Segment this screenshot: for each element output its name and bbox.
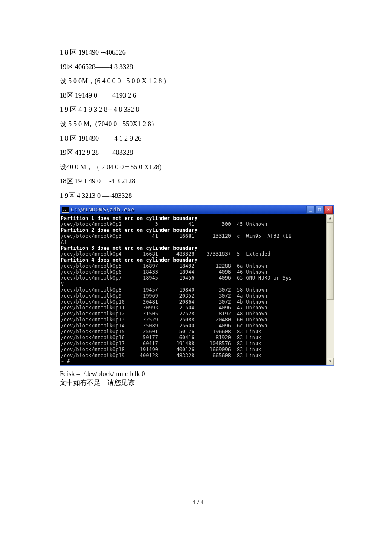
- terminal-window: cv C:\WINDOWS\adb.exe _ □ × Partition 1 …: [60, 205, 334, 366]
- document-after-text: Fdisk –l /dev/block/mmc b lk 0 文中如有不足，请您…: [60, 370, 337, 387]
- minimize-button[interactable]: _: [306, 206, 315, 214]
- close-icon: ×: [327, 207, 330, 212]
- text-line: 设 5 5 0 M,（7040 0 =550X1 2 8）: [60, 119, 337, 130]
- text-line: 1 8 区 191490—— 4 1 2 9 26: [60, 133, 337, 144]
- text-line: 文中如有不足，请您见谅！: [60, 379, 337, 387]
- text-line: 设 5 0 0M，(6 4 0 0 0= 5 0 0 X 1 2 8 ): [60, 75, 337, 87]
- minimize-icon: _: [309, 207, 312, 212]
- scroll-track[interactable]: [327, 222, 334, 358]
- text-line: 19区 406528——4 8 3328: [60, 61, 337, 72]
- text-line: 18区 19149 0 ——4193 2 6: [60, 90, 337, 101]
- terminal-output[interactable]: Partition 1 does not end on cylinder bou…: [60, 214, 326, 365]
- cmd-icon: cv: [62, 207, 69, 213]
- window-titlebar[interactable]: cv C:\WINDOWS\adb.exe _ □ ×: [60, 205, 334, 214]
- text-line: 1 8 区 191490 --406526: [60, 47, 337, 58]
- scrollbar[interactable]: ▲ ▼: [326, 214, 334, 365]
- text-line: 18区 19 1 49 0 —-4 3 2128: [60, 176, 337, 187]
- maximize-icon: □: [318, 207, 321, 212]
- text-line: 1 9 区 4 1 9 3 2 8-- 4 8 332 8: [60, 104, 337, 115]
- scroll-up-button[interactable]: ▲: [327, 214, 334, 222]
- scroll-down-button[interactable]: ▼: [327, 358, 334, 365]
- maximize-button[interactable]: □: [315, 206, 324, 214]
- close-button[interactable]: ×: [324, 206, 333, 214]
- window-title: C:\WINDOWS\adb.exe: [71, 206, 135, 213]
- text-line: 1 9区 4 3213 0 —-483328: [60, 190, 337, 201]
- text-line: 设40 0 M，（ 7 04 0 0＝55 0 X128): [60, 162, 337, 173]
- chevron-down-icon: ▼: [329, 359, 331, 363]
- page-number: 4 / 4: [60, 498, 337, 506]
- text-line: 19区 412 9 28——483328: [60, 147, 337, 158]
- chevron-up-icon: ▲: [329, 216, 331, 220]
- document-body-text: 1 8 区 191490 --406526 19区 406528——4 8 33…: [60, 47, 337, 201]
- scroll-thumb[interactable]: [327, 222, 334, 300]
- text-line: Fdisk –l /dev/block/mmc b lk 0: [60, 370, 337, 378]
